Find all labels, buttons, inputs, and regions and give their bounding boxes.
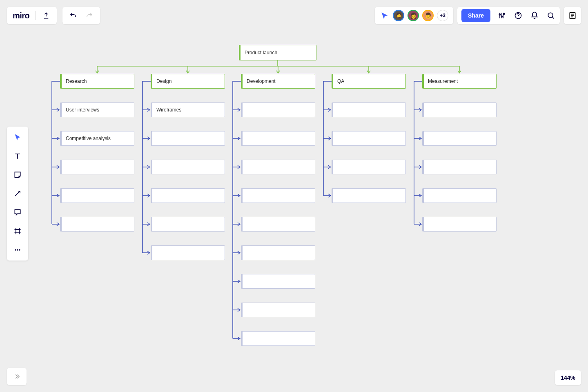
task-card-1-0[interactable]: Wireframes (151, 102, 225, 117)
task-card-3-2[interactable] (332, 160, 406, 174)
task-card-0-1[interactable]: Competitive analysis (60, 131, 134, 146)
sticky-note-tool-icon[interactable] (11, 168, 24, 181)
task-card-2-2[interactable] (241, 160, 315, 174)
logo-panel: miro (7, 7, 57, 24)
arrow-tool-icon[interactable] (11, 187, 24, 200)
divider (35, 11, 36, 20)
avatar-3[interactable]: 👨 (422, 10, 434, 21)
avatar-overflow[interactable]: +3 (437, 10, 448, 21)
task-card-3-0[interactable] (332, 102, 406, 117)
root-card[interactable]: Product launch (239, 45, 316, 60)
board-canvas[interactable]: Product launchResearchUser interviewsCom… (0, 0, 588, 392)
notes-button[interactable] (564, 7, 581, 24)
task-card-3-3[interactable] (332, 188, 406, 203)
task-card-1-1[interactable] (151, 131, 225, 146)
task-card-2-5[interactable] (241, 245, 315, 260)
task-card-4-4[interactable] (422, 217, 497, 232)
present-icon[interactable] (380, 11, 390, 20)
category-card-1[interactable]: Design (151, 74, 225, 89)
export-icon[interactable] (41, 11, 51, 20)
undo-icon[interactable] (68, 11, 78, 20)
task-card-1-2[interactable] (151, 160, 225, 174)
task-card-2-0[interactable] (241, 102, 315, 117)
avatar-1[interactable]: 🧔 (393, 10, 404, 21)
collab-panel: 🧔 👩 👨 +3 (375, 7, 453, 24)
expand-panel-button[interactable] (7, 368, 27, 385)
share-button[interactable]: Share (461, 9, 490, 22)
task-card-4-3[interactable] (422, 188, 497, 203)
undo-redo-panel (62, 7, 100, 24)
task-card-4-0[interactable] (422, 102, 497, 117)
zoom-value: 144% (561, 374, 575, 381)
task-card-2-4[interactable] (241, 217, 315, 232)
task-card-3-1[interactable] (332, 131, 406, 146)
zoom-level[interactable]: 144% (555, 370, 581, 385)
task-card-2-6[interactable] (241, 274, 315, 289)
task-card-4-1[interactable] (422, 131, 497, 146)
task-card-2-1[interactable] (241, 131, 315, 146)
category-card-3[interactable]: QA (332, 74, 406, 89)
task-card-1-5[interactable] (151, 245, 225, 260)
task-card-1-3[interactable] (151, 188, 225, 203)
notifications-icon[interactable] (530, 11, 539, 20)
task-card-2-8[interactable] (241, 331, 315, 346)
task-card-0-4[interactable] (60, 217, 134, 232)
svg-point-7 (17, 249, 18, 250)
category-card-2[interactable]: Development (241, 74, 315, 89)
help-icon[interactable] (513, 11, 523, 20)
svg-point-8 (19, 249, 20, 250)
text-tool-icon[interactable] (11, 149, 24, 163)
controls-panel: Share (457, 7, 560, 24)
task-card-0-0[interactable]: User interviews (60, 102, 134, 117)
task-card-2-3[interactable] (241, 188, 315, 203)
svg-point-6 (15, 249, 16, 250)
task-card-0-2[interactable] (60, 160, 134, 174)
task-card-0-3[interactable] (60, 188, 134, 203)
tool-toolbar (7, 127, 28, 261)
category-card-0[interactable]: Research (60, 74, 134, 89)
task-card-1-4[interactable] (151, 217, 225, 232)
frame-tool-icon[interactable] (11, 225, 24, 238)
settings-icon[interactable] (497, 11, 507, 20)
comment-tool-icon[interactable] (11, 206, 24, 219)
avatar-2[interactable]: 👩 (408, 10, 419, 21)
more-tools-icon[interactable] (11, 243, 24, 256)
category-card-4[interactable]: Measurement (422, 74, 497, 89)
app-logo[interactable]: miro (13, 11, 29, 20)
task-card-4-2[interactable] (422, 160, 497, 174)
select-tool-icon[interactable] (11, 131, 24, 144)
task-card-2-7[interactable] (241, 303, 315, 317)
redo-icon[interactable] (85, 11, 94, 20)
svg-point-4 (548, 13, 553, 18)
search-icon[interactable] (546, 11, 556, 20)
